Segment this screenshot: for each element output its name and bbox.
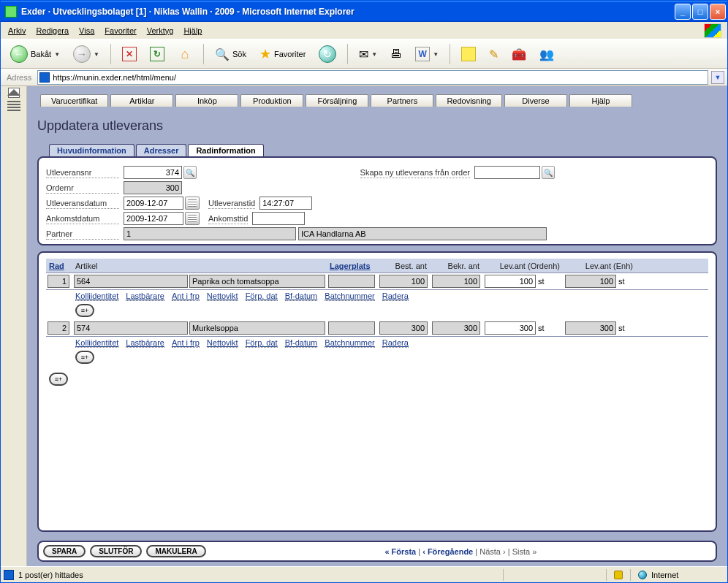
th-lagerplats[interactable]: Lagerplats (327, 260, 378, 272)
ankomstdatum-calendar-button[interactable] (185, 212, 200, 225)
slutfor-button[interactable]: SLUTFÖR (90, 545, 142, 557)
subtab-adresser[interactable]: Adresser (136, 144, 187, 156)
utleveransdatum-input[interactable] (124, 197, 183, 210)
subheader-link[interactable]: Bf-datum (285, 338, 318, 348)
subtab-huvudinformation[interactable]: Huvudinformation (49, 144, 134, 156)
tab-forsaljning[interactable]: Försäljning (306, 94, 368, 107)
mail-button[interactable]: ✉▼ (354, 45, 382, 64)
tab-varucertifikat[interactable]: Varucertifikat (40, 94, 108, 107)
address-bar: Adress https://munin.exder.net/html/menu… (1, 69, 727, 86)
refresh-button[interactable]: ↻ (145, 45, 170, 64)
levord-input[interactable] (485, 275, 536, 288)
maximize-button[interactable]: □ (692, 4, 708, 20)
levord-input[interactable] (485, 321, 536, 335)
subheader-link[interactable]: Radera (382, 338, 409, 348)
history-button[interactable]: ↻ (314, 43, 341, 65)
menu-verktyg[interactable]: Verktyg (143, 25, 178, 37)
th-lev-enh: Lev.ant (Enh) (564, 260, 637, 272)
utleveransnr-search-button[interactable]: 🔍 (183, 166, 197, 179)
tab-diverse[interactable]: Diverse (504, 94, 567, 107)
subheader-link[interactable]: Förp. dat (246, 292, 278, 301)
utleveransnr-input[interactable] (124, 166, 182, 179)
home-button[interactable]: ⌂ (172, 45, 197, 64)
menu-bar: Arkiv Redigera Visa Favoriter Verktyg Hj… (1, 22, 727, 39)
close-button[interactable]: × (710, 4, 726, 20)
utleveransdatum-calendar-button[interactable] (185, 197, 200, 210)
subheader-link[interactable]: Radera (382, 292, 409, 301)
menu-hjalp[interactable]: Hjälp (179, 25, 206, 37)
pager-nasta[interactable]: Nästa › (479, 547, 505, 556)
menu-arkiv[interactable]: Arkiv (4, 25, 30, 37)
tab-redovisning[interactable]: Redovisning (436, 94, 502, 107)
home-nav-icon[interactable] (8, 88, 20, 98)
spara-button[interactable]: SPARA (43, 545, 86, 557)
subheader-link[interactable]: Nettovikt (207, 292, 238, 301)
subheader-link[interactable]: Ant i frp (172, 292, 200, 301)
tab-inkop[interactable]: Inköp (175, 94, 238, 107)
tab-produktion[interactable]: Produktion (240, 94, 303, 107)
skapa-search-button[interactable]: 🔍 (542, 166, 555, 179)
makulera-button[interactable]: MAKULERA (146, 545, 205, 557)
skapa-input[interactable] (474, 166, 540, 179)
subtab-radinformation[interactable]: Radinformation (188, 144, 263, 156)
browser-toolbar: ←Bakåt▼ →▼ ✕ ↻ ⌂ 🔍Sök ★Favoriter ↻ ✉▼ 🖶 … (1, 39, 727, 69)
highlight-button[interactable]: ✎ (484, 45, 504, 64)
levenh-unit: st (616, 277, 627, 286)
favorites-button[interactable]: ★Favoriter (254, 44, 311, 64)
subheader-link[interactable]: Batchnummer (325, 338, 374, 348)
th-rad[interactable]: Rad (46, 260, 72, 272)
row-subheader: KolliidentitetLastbärareAnt i frpNettovi… (46, 336, 708, 351)
subheader-link[interactable]: Bf-datum (285, 292, 318, 301)
subheader-link[interactable]: Lastbärare (126, 292, 164, 301)
note-button[interactable] (456, 45, 481, 64)
pager-forsta[interactable]: « Första (384, 547, 416, 556)
address-dropdown[interactable]: ▼ (711, 71, 724, 84)
stop-button[interactable]: ✕ (117, 45, 142, 64)
people-button[interactable]: 👥 (534, 45, 559, 64)
subheader-link[interactable]: Lastbärare (126, 338, 164, 348)
menu-redigera[interactable]: Redigera (31, 25, 73, 37)
back-button[interactable]: ←Bakåt▼ (5, 43, 65, 65)
forward-button[interactable]: →▼ (68, 43, 105, 65)
tab-artiklar[interactable]: Artiklar (110, 94, 173, 107)
ankomstdatum-input[interactable] (124, 212, 183, 225)
tab-partners[interactable]: Partners (371, 94, 433, 107)
search-icon: 🔍 (215, 47, 230, 61)
subheader-link[interactable]: Ant i frp (172, 338, 200, 348)
internet-zone-icon (638, 571, 647, 579)
subheader-link[interactable]: Förp. dat (246, 338, 278, 348)
title-bar: Exder · Utvecklingsbolaget [1] · Niklas … (1, 1, 727, 22)
list-nav-icon[interactable] (7, 101, 20, 111)
edit-icon: W (415, 47, 430, 61)
row-expand-button[interactable]: ≡+ (75, 304, 94, 317)
subheader-link[interactable]: Kolliidentitet (75, 338, 118, 348)
subheader-link[interactable]: Nettovikt (207, 338, 238, 348)
stop-icon: ✕ (122, 47, 137, 61)
search-button[interactable]: 🔍Sök (210, 45, 251, 64)
address-field[interactable]: https://munin.exder.net/html/menu/ (37, 70, 708, 85)
best-input (379, 275, 428, 288)
row-expand-button[interactable]: ≡+ (75, 351, 94, 364)
back-arrow-icon: ← (10, 45, 28, 63)
th-lev-ordenh: Lev.ant (Ordenh) (483, 260, 564, 272)
pager-sista[interactable]: Sista » (512, 547, 537, 556)
menu-favoriter[interactable]: Favoriter (100, 25, 140, 37)
print-icon: 🖶 (390, 47, 402, 61)
subheader-link[interactable]: Kolliidentitet (75, 292, 118, 301)
levord-unit: st (536, 277, 547, 286)
minimize-button[interactable]: _ (675, 4, 691, 20)
history-icon: ↻ (319, 45, 336, 63)
pager-foregaende[interactable]: ‹ Föregående (422, 547, 473, 556)
toolbox-button[interactable]: 🧰 (507, 45, 531, 64)
levenh-input (565, 275, 616, 288)
edit-button[interactable]: W▼ (410, 45, 444, 64)
add-row-button[interactable]: ≡+ (49, 373, 68, 386)
subheader-link[interactable]: Batchnummer (325, 292, 374, 301)
ankomsttid-label: Ankomsttid (208, 213, 248, 224)
utleveranstid-input[interactable] (259, 197, 312, 210)
print-button[interactable]: 🖶 (385, 45, 407, 63)
ankomsttid-input[interactable] (252, 212, 305, 225)
menu-visa[interactable]: Visa (75, 25, 99, 37)
tab-hjalp[interactable]: Hjälp (569, 94, 632, 107)
page-title: Uppdatera utleverans (37, 114, 717, 144)
